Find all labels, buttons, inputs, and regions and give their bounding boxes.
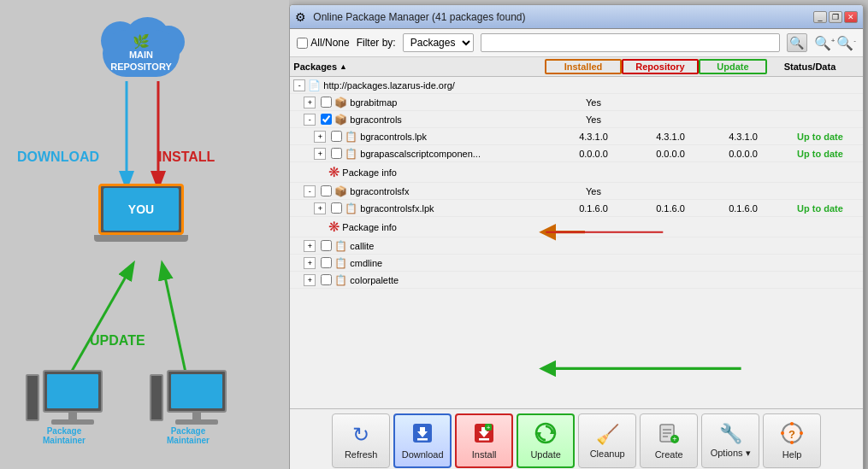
search-input[interactable] xyxy=(481,33,780,52)
col-status: Status/Data xyxy=(767,61,853,73)
all-none-checkbox-group[interactable]: All/None xyxy=(297,37,349,49)
expand-button[interactable]: - xyxy=(304,185,316,197)
table-row[interactable]: - 📦 bgracontrols Yes xyxy=(290,111,863,128)
download-button[interactable]: Download xyxy=(393,413,452,468)
zoom-controls[interactable]: 🔍+ 🔍- xyxy=(814,35,856,51)
col-installed: Installed xyxy=(545,59,622,74)
expand-button[interactable]: + xyxy=(304,274,316,286)
update-button[interactable]: Update xyxy=(517,413,575,468)
svg-rect-9 xyxy=(417,438,428,441)
pkg-name-cell: - 📄 http://packages.lazarus-ide.org/ xyxy=(290,79,555,91)
install-icon: + xyxy=(473,422,495,447)
expand-button[interactable]: + xyxy=(304,257,316,269)
download-label: DOWNLOAD xyxy=(17,149,99,165)
restore-button[interactable]: ❐ xyxy=(829,11,842,23)
pkg-checkbox[interactable] xyxy=(321,240,332,251)
pkg-icon: 📋 xyxy=(345,131,357,143)
package-maintainer-1: PackageMaintainer xyxy=(26,370,103,445)
minimize-button[interactable]: _ xyxy=(813,11,827,23)
pkg-name-cell: - 📦 bgracontrolsfx xyxy=(290,185,555,197)
expand-button[interactable]: + xyxy=(304,97,316,108)
options-icon: 🔧 xyxy=(719,423,742,445)
cleanup-button[interactable]: 🧹 Cleanup xyxy=(578,413,636,468)
pkg-checkbox[interactable] xyxy=(321,185,332,196)
bottom-toolbar: ↻ Refresh Download + xyxy=(290,408,863,469)
svg-point-27 xyxy=(790,422,794,425)
pkg-name-cell: ❋ Package info xyxy=(290,219,555,235)
package-list-container: Packages ▲ Installed Repository Update S… xyxy=(290,57,863,408)
expand-button[interactable]: - xyxy=(304,114,316,126)
table-row[interactable]: + 📋 colorpalette xyxy=(290,272,863,289)
svg-text:+: + xyxy=(673,435,677,443)
window-controls[interactable]: _ ❐ ✕ xyxy=(813,11,858,23)
table-row[interactable]: + 📦 bgrabitmap Yes xyxy=(290,94,863,111)
svg-point-29 xyxy=(790,441,794,444)
column-headers: Packages ▲ Installed Repository Update S… xyxy=(290,57,863,77)
window-icon: ⚙ xyxy=(295,10,309,24)
filter-toolbar: All/None Filter by: Packages Name Catego… xyxy=(290,29,863,57)
options-button[interactable]: 🔧 Options ▾ xyxy=(701,413,759,468)
all-none-checkbox[interactable] xyxy=(297,38,308,49)
pkg-icon: 📄 xyxy=(308,79,321,91)
pkg-name-cell: + 📋 cmdline xyxy=(290,257,555,269)
you-label: YOU xyxy=(128,202,154,216)
svg-point-30 xyxy=(781,431,784,435)
refresh-label: Refresh xyxy=(345,449,378,460)
expand-button[interactable]: + xyxy=(314,202,326,214)
cloud-label1: MAIN xyxy=(129,50,153,60)
table-row[interactable]: ❋ Package info xyxy=(290,217,863,237)
pkg-name-cell: + 📋 bgrapascalscriptcomponen... xyxy=(290,148,555,160)
table-row[interactable]: - 📦 bgracontrolsfx Yes xyxy=(290,183,863,200)
left-diagram-panel: 🌿 MAIN REPOSITORY DOWNLOAD INSTALL xyxy=(0,0,289,469)
pkg-name-cell: + 📋 bgracontrolsfx.lpk xyxy=(290,202,555,214)
update-label: UPDATE xyxy=(90,333,145,349)
table-row[interactable]: + 📋 bgrapascalscriptcomponen... 0.0.0.0 … xyxy=(290,145,863,162)
col-packages: Packages ▲ xyxy=(290,61,545,73)
zoom-out-button[interactable]: 🔍- xyxy=(836,35,856,51)
table-row[interactable]: + 📋 bgracontrols.lpk 4.3.1.0 4.3.1.0 4.3… xyxy=(290,128,863,145)
update-label: Update xyxy=(530,449,560,460)
pkg-checkbox[interactable] xyxy=(321,274,332,285)
svg-point-28 xyxy=(800,431,803,435)
col-update: Update xyxy=(699,59,767,74)
help-icon: ? xyxy=(781,422,803,447)
pkg-name-cell: + 📋 colorpalette xyxy=(290,274,555,286)
help-label: Help xyxy=(782,449,802,460)
pkg-icon: 📋 xyxy=(334,274,347,286)
pkg-icon: 📦 xyxy=(334,185,347,197)
pkg-checkbox[interactable] xyxy=(331,148,342,159)
update-icon xyxy=(534,422,557,447)
expand-button[interactable]: + xyxy=(304,240,316,252)
title-bar: ⚙ Online Package Manager (41 packages fo… xyxy=(290,5,863,29)
table-row[interactable]: + 📋 bgracontrolsfx.lpk 0.1.6.0 0.1.6.0 0… xyxy=(290,200,863,217)
table-row[interactable]: + 📋 cmdline xyxy=(290,255,863,272)
pkg-icon: 📋 xyxy=(334,240,347,252)
svg-text:?: ? xyxy=(788,428,795,441)
expand-button[interactable]: + xyxy=(314,131,326,143)
pkg-checkbox[interactable] xyxy=(321,97,332,108)
help-button[interactable]: ? Help xyxy=(763,413,821,468)
pkg-checkbox[interactable] xyxy=(331,131,342,142)
table-row[interactable]: ❋ Package info xyxy=(290,162,863,183)
refresh-button[interactable]: ↻ Refresh xyxy=(332,413,390,468)
close-button[interactable]: ✕ xyxy=(844,11,858,23)
package-maintainer-2: PackageMaintainer xyxy=(150,370,227,445)
pkg-icon: 📦 xyxy=(334,114,347,126)
pkg-checkbox[interactable] xyxy=(321,257,332,268)
pkg-name-cell: + 📦 bgrabitmap xyxy=(290,97,555,108)
refresh-icon: ↻ xyxy=(352,423,369,447)
table-row[interactable]: + 📋 callite xyxy=(290,237,863,255)
pkg-checkbox[interactable] xyxy=(321,114,332,125)
zoom-in-button[interactable]: 🔍+ xyxy=(814,35,836,51)
create-button[interactable]: + Create xyxy=(640,413,698,468)
pkg-name-cell: + 📋 bgracontrols.lpk xyxy=(290,131,555,143)
pkg-checkbox[interactable] xyxy=(331,202,342,214)
expand-button[interactable]: - xyxy=(293,79,305,91)
table-row[interactable]: - 📄 http://packages.lazarus-ide.org/ xyxy=(290,77,863,94)
filter-select[interactable]: Packages Name Category Author xyxy=(403,33,474,52)
search-button[interactable]: 🔍 xyxy=(787,33,807,52)
expand-button[interactable]: + xyxy=(314,148,326,160)
install-button[interactable]: + Install xyxy=(455,413,513,468)
download-icon xyxy=(411,422,434,447)
main-repository-cloud: 🌿 MAIN REPOSITORY xyxy=(94,17,188,81)
